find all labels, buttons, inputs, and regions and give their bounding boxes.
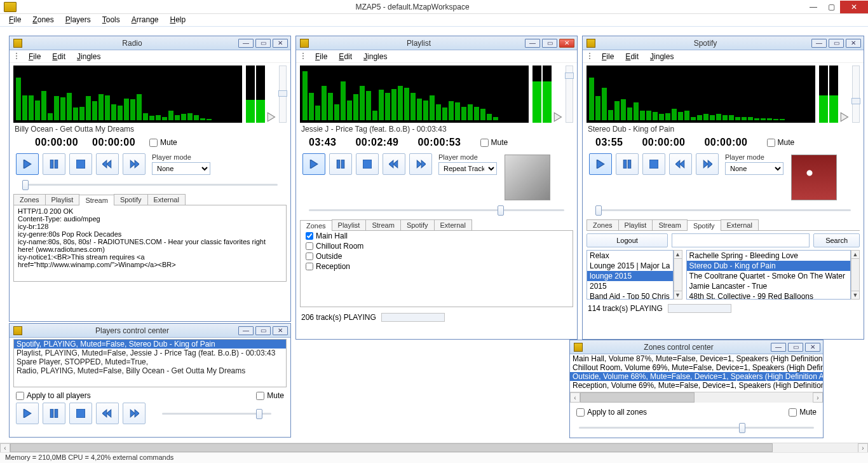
list-item[interactable]: Lounge 2015 | Major La	[587, 261, 673, 271]
mute-checkbox[interactable]: Mute	[480, 138, 508, 147]
panel-menu-edit[interactable]: Edit	[52, 52, 65, 61]
list-item[interactable]: Stereo Dub - King of Pain	[687, 261, 850, 271]
apply-all-players-checkbox[interactable]: Apply to all players	[16, 391, 91, 400]
tab-spotify[interactable]: Spotify	[114, 194, 148, 205]
panel-menu-file[interactable]: File	[315, 52, 327, 61]
list-item[interactable]: Rachelle Spring - Bleeding Love	[687, 251, 850, 261]
scroll-buttons[interactable]: ▲▼	[851, 250, 860, 300]
tab-playlist[interactable]: Playlist	[618, 219, 653, 230]
play-button[interactable]	[302, 153, 325, 175]
zone-item[interactable]: Main Hall	[301, 231, 573, 241]
player-mode-select[interactable]: Repeat Track	[438, 162, 497, 175]
panel-menu-file[interactable]: File	[602, 52, 614, 61]
panel-menu-file[interactable]: File	[29, 52, 41, 61]
stop-button[interactable]	[69, 153, 92, 175]
menu-help[interactable]: Help	[170, 15, 186, 25]
panel-minimize-button[interactable]: —	[238, 326, 254, 335]
volume-slider[interactable]	[149, 406, 284, 420]
zcc-header[interactable]: Zones control center — ▭ ✕	[570, 340, 823, 354]
close-button[interactable]: ✕	[840, 1, 868, 13]
volume-slider-vertical[interactable]	[852, 66, 860, 123]
tab-playlist[interactable]: Playlist	[332, 219, 367, 230]
pause-button[interactable]	[43, 153, 65, 175]
stop-button[interactable]	[356, 153, 379, 175]
list-item[interactable]: 2015	[587, 281, 673, 291]
panel-radio-header[interactable]: Radio — ▭ ✕	[10, 36, 290, 50]
tab-spotify[interactable]: Spotify	[400, 219, 435, 230]
logout-button[interactable]: Logout	[587, 233, 668, 247]
list-item[interactable]: lounge 2015	[587, 271, 673, 281]
balance-marker-icon[interactable]	[839, 111, 851, 123]
apply-all-zones-checkbox[interactable]: Apply to all zones	[576, 408, 647, 417]
panel-menu-jingles[interactable]: Jingles	[650, 52, 674, 61]
panel-close-button[interactable]: ✕	[559, 39, 574, 48]
prev-button[interactable]	[96, 153, 119, 175]
menu-file[interactable]: File	[9, 15, 21, 25]
zcc-list[interactable]: Main Hall, Volume 87%, Mute=False, Devic…	[570, 354, 823, 392]
maximize-button[interactable]: ▢	[822, 1, 840, 13]
panel-restore-button[interactable]: ▭	[829, 39, 844, 48]
next-button[interactable]	[409, 153, 432, 175]
seek-slider[interactable]	[583, 203, 864, 217]
pcc-header[interactable]: Players control center — ▭ ✕	[10, 324, 290, 338]
panel-close-button[interactable]: ✕	[273, 326, 288, 335]
zcc-hscroll[interactable]: ‹ ›	[570, 392, 823, 403]
menu-zones[interactable]: Zones	[32, 15, 53, 25]
search-input[interactable]	[672, 233, 810, 247]
panel-restore-button[interactable]: ▭	[255, 39, 271, 48]
tab-spotify[interactable]: Spotify	[687, 220, 721, 231]
list-item[interactable]: Band Aid - Top 50 Chris	[587, 291, 673, 300]
next-button[interactable]	[696, 153, 719, 175]
scroll-right-button[interactable]: ›	[858, 443, 868, 453]
stop-button[interactable]	[642, 153, 665, 175]
mute-checkbox[interactable]: Mute	[256, 391, 284, 400]
balance-marker-icon[interactable]	[266, 111, 278, 123]
scroll-right-button[interactable]: ›	[813, 392, 823, 403]
prev-button[interactable]	[383, 153, 405, 175]
panel-restore-button[interactable]: ▭	[788, 343, 803, 352]
list-item[interactable]: Radio, PLAYING, Muted=False, Billy Ocean…	[14, 366, 286, 375]
tab-external[interactable]: External	[147, 194, 186, 205]
list-item[interactable]: Jamie Lancaster - True	[687, 281, 850, 291]
zone-item[interactable]: Reception	[301, 261, 573, 272]
pause-button[interactable]	[616, 153, 639, 175]
play-button[interactable]	[16, 153, 39, 175]
list-item[interactable]: 48th St. Collective - 99 Red Balloons	[687, 291, 850, 300]
pause-button[interactable]	[329, 153, 352, 175]
zone-item[interactable]: Chillout Room	[301, 241, 573, 251]
scroll-left-button[interactable]: ‹	[570, 392, 580, 403]
panel-close-button[interactable]: ✕	[846, 39, 861, 48]
spotify-tracks-list[interactable]: Rachelle Spring - Bleeding Love Stereo D…	[686, 250, 851, 300]
panel-restore-button[interactable]: ▭	[255, 326, 271, 335]
search-button[interactable]: Search	[813, 233, 860, 247]
list-item[interactable]: Reception, Volume 69%, Mute=False, Devic…	[570, 381, 823, 390]
zone-item[interactable]: Outside	[301, 251, 573, 261]
next-button[interactable]	[123, 153, 146, 175]
pcc-list[interactable]: Spotify, PLAYING, Muted=False, Stereo Du…	[13, 339, 287, 387]
spotify-playlists-list[interactable]: Relax Lounge 2015 | Major La lounge 2015…	[587, 250, 674, 300]
panel-minimize-button[interactable]: —	[238, 39, 254, 48]
list-item[interactable]: Spotify, PLAYING, Muted=False, Stereo Du…	[14, 340, 286, 349]
panel-restore-button[interactable]: ▭	[542, 39, 557, 48]
list-item[interactable]: Relax	[587, 251, 673, 261]
tab-stream[interactable]: Stream	[79, 195, 114, 205]
scroll-buttons[interactable]: ▲▼	[674, 250, 682, 300]
tab-zones[interactable]: Zones	[13, 194, 46, 205]
zone-volume-slider[interactable]	[570, 422, 823, 436]
tab-zones[interactable]: Zones	[300, 220, 332, 231]
volume-slider-vertical[interactable]	[279, 66, 287, 123]
panel-menu-edit[interactable]: Edit	[625, 52, 639, 61]
next-button[interactable]	[123, 403, 146, 424]
panel-playlist-header[interactable]: Playlist — ▭ ✕	[296, 36, 577, 50]
seek-slider[interactable]	[296, 203, 577, 217]
stream-info-text[interactable]: HTTP/1.0 200 OK Content-Type: audio/mpeg…	[13, 205, 287, 282]
tab-zones[interactable]: Zones	[587, 219, 619, 230]
stop-button[interactable]	[69, 403, 92, 424]
minimize-button[interactable]: —	[804, 1, 822, 13]
menu-players[interactable]: Players	[65, 15, 91, 25]
player-mode-select[interactable]: None	[152, 162, 210, 175]
workspace-hscroll[interactable]: ‹ ›	[0, 443, 868, 452]
prev-button[interactable]	[669, 153, 692, 175]
list-item[interactable]: Main Hall, Volume 87%, Mute=False, Devic…	[570, 354, 823, 363]
list-item[interactable]: The Cooltrane Quartet - Smoke On The Wat…	[687, 271, 850, 281]
